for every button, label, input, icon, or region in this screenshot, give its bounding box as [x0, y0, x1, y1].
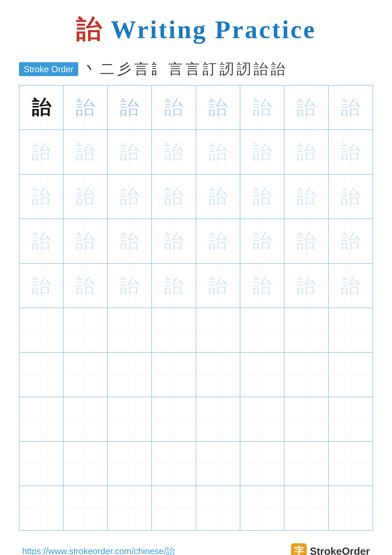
grid-cell[interactable]: 詒	[328, 219, 373, 263]
practice-char: 詒	[32, 232, 51, 251]
grid-cell[interactable]	[19, 352, 64, 397]
grid-cell[interactable]: 詒	[19, 85, 64, 130]
practice-char: 詒	[120, 98, 139, 117]
grid-cell[interactable]	[284, 442, 328, 486]
grid-cell[interactable]: 詒	[284, 219, 328, 263]
grid-cell[interactable]	[284, 308, 328, 352]
grid-cell[interactable]	[196, 397, 240, 441]
grid-cell[interactable]	[152, 352, 196, 397]
grid-cell[interactable]	[240, 308, 284, 352]
grid-cell[interactable]: 詒	[284, 263, 328, 308]
grid-cell[interactable]: 詒	[152, 219, 196, 263]
grid-cell[interactable]: 詒	[196, 175, 240, 219]
grid-cell[interactable]	[328, 308, 373, 352]
practice-grid: 詒 詒 詒 詒 詒 詒 詒 詒 詒 詒 詒 詒 詒 詒 詒 詒 詒 詒 詒 詒 …	[19, 85, 373, 531]
grid-cell[interactable]: 詒	[328, 130, 373, 174]
grid-cell[interactable]	[64, 352, 107, 397]
grid-cell[interactable]: 詒	[108, 219, 152, 263]
grid-cell[interactable]: 詒	[284, 85, 328, 130]
grid-cell[interactable]: 詒	[196, 130, 240, 174]
grid-cell[interactable]	[19, 397, 64, 441]
grid-cell[interactable]	[240, 486, 284, 530]
grid-cell[interactable]	[328, 397, 373, 441]
grid-cell[interactable]: 詒	[152, 85, 196, 130]
grid-cell[interactable]	[64, 397, 107, 441]
grid-cell[interactable]: 詒	[64, 130, 107, 174]
grid-cell[interactable]	[108, 352, 152, 397]
grid-cell[interactable]: 詒	[240, 263, 284, 308]
grid-cell[interactable]: 詒	[108, 263, 152, 308]
grid-cell[interactable]	[64, 442, 107, 486]
grid-cell[interactable]	[328, 486, 373, 530]
practice-char: 詒	[32, 187, 51, 206]
grid-cell[interactable]: 詒	[152, 263, 196, 308]
grid-cell[interactable]: 詒	[240, 130, 284, 174]
grid-cell[interactable]	[196, 352, 240, 397]
grid-cell[interactable]: 詒	[19, 130, 64, 174]
grid-cell[interactable]: 詒	[108, 130, 152, 174]
grid-cell[interactable]	[284, 486, 328, 530]
practice-char: 詒	[76, 98, 95, 117]
grid-cell[interactable]	[152, 442, 196, 486]
footer-url[interactable]: https://www.strokeorder.com/chinese/詒	[22, 545, 175, 555]
stroke-char-7: 言	[185, 59, 200, 79]
grid-cell[interactable]: 詒	[240, 175, 284, 219]
grid-cell[interactable]: 詒	[328, 175, 373, 219]
grid-cell[interactable]: 詒	[64, 85, 107, 130]
grid-cell[interactable]	[196, 442, 240, 486]
grid-cell[interactable]	[328, 352, 373, 397]
grid-cell[interactable]	[240, 397, 284, 441]
grid-cell[interactable]	[240, 442, 284, 486]
brand-icon: 字	[291, 543, 307, 555]
grid-cell[interactable]	[19, 308, 64, 352]
grid-cell[interactable]	[284, 397, 328, 441]
grid-cell[interactable]	[19, 486, 64, 530]
grid-cell[interactable]: 詒	[152, 130, 196, 174]
grid-cell[interactable]: 詒	[196, 85, 240, 130]
practice-char: 詒	[164, 232, 183, 251]
practice-char: 詒	[120, 143, 139, 161]
stroke-char-11: 詒	[254, 59, 268, 79]
grid-cell[interactable]	[152, 486, 196, 530]
grid-cell[interactable]	[108, 397, 152, 441]
grid-cell[interactable]	[196, 308, 240, 352]
grid-cell[interactable]: 詒	[108, 85, 152, 130]
grid-cell[interactable]	[108, 308, 152, 352]
practice-char: 詒	[208, 98, 227, 117]
practice-char: 詒	[253, 187, 272, 206]
grid-cell[interactable]	[240, 352, 284, 397]
grid-cell[interactable]: 詒	[108, 175, 152, 219]
brand-name: StrokeOrder	[310, 545, 370, 555]
practice-char: 詒	[76, 143, 95, 161]
grid-cell[interactable]	[284, 352, 328, 397]
grid-cell[interactable]: 詒	[328, 263, 373, 308]
grid-cell[interactable]: 詒	[240, 85, 284, 130]
grid-cell[interactable]	[152, 397, 196, 441]
grid-cell[interactable]: 詒	[19, 219, 64, 263]
grid-cell[interactable]: 詒	[152, 175, 196, 219]
grid-cell[interactable]: 詒	[284, 130, 328, 174]
grid-cell[interactable]	[19, 442, 64, 486]
grid-cell[interactable]: 詒	[328, 85, 373, 130]
grid-cell[interactable]: 詒	[19, 175, 64, 219]
grid-cell[interactable]	[64, 486, 107, 530]
practice-char: 詒	[32, 98, 51, 117]
stroke-char-9: 訒	[220, 59, 234, 79]
grid-cell[interactable]: 詒	[196, 263, 240, 308]
grid-cell[interactable]: 詒	[64, 263, 107, 308]
grid-row: 詒 詒 詒 詒 詒 詒 詒 詒	[19, 219, 373, 263]
grid-cell[interactable]	[108, 486, 152, 530]
grid-cell[interactable]	[152, 308, 196, 352]
grid-cell[interactable]	[196, 486, 240, 530]
stroke-order-row: Stroke Order 丶 二 彡 言 訁 言 言 訂 訒 訒 詒 詒	[19, 59, 373, 79]
grid-cell[interactable]	[108, 442, 152, 486]
grid-cell[interactable]: 詒	[240, 219, 284, 263]
grid-cell[interactable]: 詒	[19, 263, 64, 308]
grid-cell[interactable]: 詒	[196, 219, 240, 263]
grid-cell[interactable]	[328, 442, 373, 486]
grid-cell[interactable]	[64, 308, 107, 352]
stroke-char-2: 二	[100, 59, 114, 79]
grid-cell[interactable]: 詒	[284, 175, 328, 219]
grid-cell[interactable]: 詒	[64, 175, 107, 219]
grid-cell[interactable]: 詒	[64, 219, 107, 263]
